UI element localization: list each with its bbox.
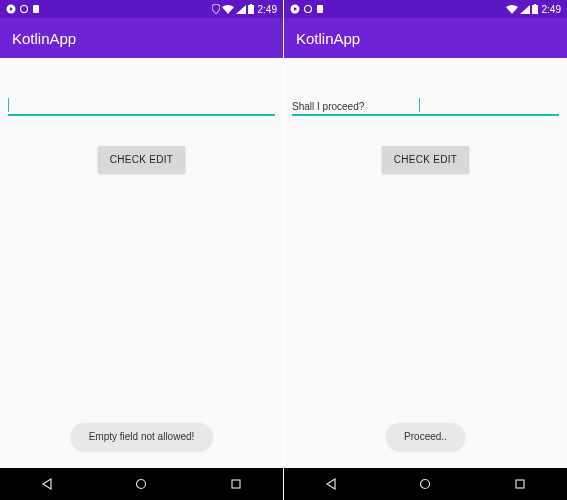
svg-rect-3 <box>33 5 39 13</box>
content-area: CHECK EDIT Proceed.. <box>284 58 567 468</box>
debug-icon <box>6 4 16 14</box>
navigation-bar <box>284 468 567 500</box>
app-bar: KotlinApp <box>0 18 283 58</box>
status-right: 2:49 <box>506 4 561 15</box>
nav-home-icon[interactable] <box>135 478 147 490</box>
debug-icon <box>290 4 300 14</box>
svg-rect-19 <box>516 480 524 488</box>
nav-back-icon[interactable] <box>41 478 53 490</box>
svg-rect-5 <box>248 5 254 14</box>
status-left <box>6 4 40 14</box>
svg-marker-17 <box>327 479 335 489</box>
check-edit-button[interactable]: CHECK EDIT <box>98 146 186 173</box>
text-input[interactable] <box>9 101 275 114</box>
svg-rect-13 <box>317 5 323 13</box>
toast-message: Empty field not allowed! <box>71 423 213 450</box>
svg-point-12 <box>305 6 312 13</box>
signal-icon <box>520 5 530 14</box>
circle-icon <box>20 5 28 13</box>
app-title: KotlinApp <box>12 30 76 47</box>
status-right: 2:49 <box>212 4 277 15</box>
text-field[interactable] <box>292 94 559 116</box>
svg-marker-7 <box>43 479 51 489</box>
status-left <box>290 4 324 14</box>
svg-marker-14 <box>520 5 530 14</box>
svg-rect-6 <box>250 4 252 5</box>
svg-rect-15 <box>532 5 538 14</box>
card-icon <box>32 4 40 14</box>
location-icon <box>212 4 220 14</box>
status-bar: 2:49 <box>0 0 283 18</box>
nav-home-icon[interactable] <box>419 478 431 490</box>
circle-icon <box>304 5 312 13</box>
wifi-icon <box>222 5 234 14</box>
battery-icon <box>532 4 538 14</box>
text-cursor <box>419 98 420 112</box>
navigation-bar <box>0 468 283 500</box>
app-bar: KotlinApp <box>284 18 567 58</box>
status-time: 2:49 <box>258 4 277 15</box>
svg-rect-9 <box>232 480 240 488</box>
text-input[interactable] <box>292 101 419 114</box>
nav-recent-icon[interactable] <box>514 478 526 490</box>
signal-icon <box>236 5 246 14</box>
content-area: CHECK EDIT Empty field not allowed! <box>0 58 283 468</box>
battery-icon <box>248 4 254 14</box>
svg-point-18 <box>421 480 430 489</box>
toast-message: Proceed.. <box>386 423 465 450</box>
status-time: 2:49 <box>542 4 561 15</box>
text-field[interactable] <box>8 94 275 116</box>
nav-recent-icon[interactable] <box>230 478 242 490</box>
app-title: KotlinApp <box>296 30 360 47</box>
card-icon <box>316 4 324 14</box>
status-bar: 2:49 <box>284 0 567 18</box>
phone-screen-left: 2:49 KotlinApp CHECK EDIT Empty field no… <box>0 0 283 500</box>
phone-screen-right: 2:49 KotlinApp CHECK EDIT Proceed.. <box>283 0 567 500</box>
svg-point-8 <box>137 480 146 489</box>
svg-rect-16 <box>534 4 536 5</box>
check-edit-button[interactable]: CHECK EDIT <box>382 146 470 173</box>
wifi-icon <box>506 5 518 14</box>
nav-back-icon[interactable] <box>325 478 337 490</box>
svg-marker-4 <box>236 5 246 14</box>
svg-point-2 <box>21 6 28 13</box>
